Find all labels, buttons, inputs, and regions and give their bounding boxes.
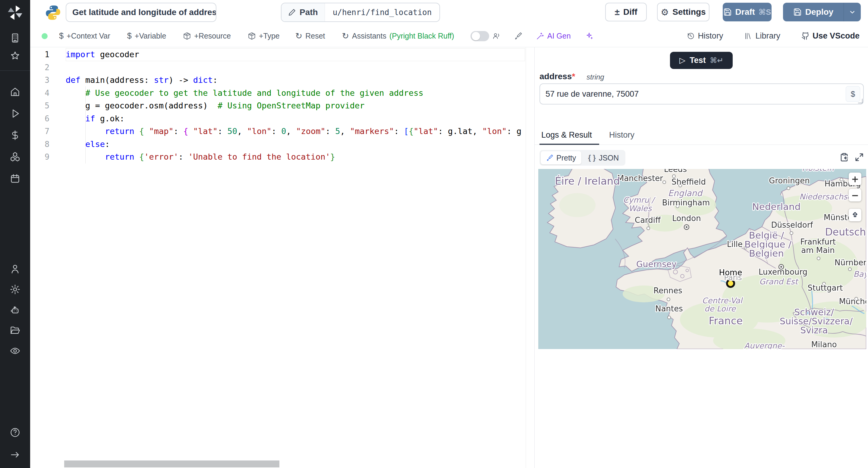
- code-line[interactable]: 8 else:: [30, 138, 526, 151]
- map-zoom-out-button[interactable]: −: [849, 189, 861, 201]
- script-title-input[interactable]: Get latitude and longitude of address: [66, 3, 216, 22]
- address-input[interactable]: 57 rue de varenne, 75007 $: [539, 83, 864, 104]
- map-label: Grand Est: [759, 277, 799, 286]
- library-books-icon: [744, 32, 752, 40]
- add-variable-button[interactable]: $ +Variable: [127, 31, 166, 41]
- map-label: Home: [719, 268, 742, 277]
- code-line[interactable]: 5 g = geocoder.osm(address) # Using Open…: [30, 99, 526, 112]
- path-value: u/henri/find_location: [325, 3, 440, 22]
- line-number: 6: [30, 114, 50, 123]
- history-button[interactable]: History: [687, 31, 723, 41]
- folders-icon[interactable]: [6, 321, 24, 339]
- map-label: Bay: [853, 270, 866, 278]
- assistant-toggle[interactable]: [470, 31, 489, 41]
- indent-guide: [85, 87, 86, 164]
- refresh-icon: ↻: [342, 31, 349, 41]
- magic-wand-icon: [536, 32, 544, 40]
- play-icon: ▷: [679, 56, 685, 65]
- code-lines: 1import geocoder23def main(address: str)…: [30, 48, 526, 164]
- code-line[interactable]: 3def main(address: str) -> dict:: [30, 74, 526, 87]
- code-line[interactable]: 6 if g.ok:: [30, 112, 526, 125]
- windmill-logo-icon[interactable]: [7, 4, 24, 21]
- schedules-calendar-icon[interactable]: [6, 170, 24, 188]
- settings-button[interactable]: ⚙ Settings: [657, 3, 710, 22]
- map-label: Auvergne-: [744, 341, 785, 349]
- dollar-icon: $: [59, 31, 64, 41]
- code-editor[interactable]: 1import geocoder23def main(address: str)…: [30, 47, 526, 468]
- map-label: Nantes: [655, 304, 683, 313]
- argument-name: address*: [539, 72, 575, 81]
- pencil-icon: [288, 8, 296, 16]
- add-context-var-button[interactable]: $ +Context Var: [59, 31, 110, 41]
- copy-result-icon[interactable]: [840, 153, 849, 162]
- user-icon[interactable]: [6, 260, 24, 278]
- deploy-button[interactable]: Deploy: [783, 3, 861, 22]
- insert-variable-button[interactable]: $: [846, 86, 860, 102]
- settings-gear-icon[interactable]: [6, 280, 24, 298]
- collapse-arrow-icon[interactable]: [6, 446, 24, 464]
- line-number: 8: [30, 140, 50, 149]
- gear-icon: ⚙: [661, 7, 669, 18]
- use-vscode-button[interactable]: Use VScode: [801, 31, 860, 41]
- map-label: Birmingham: [662, 198, 710, 207]
- runs-play-icon[interactable]: [6, 104, 24, 123]
- test-button[interactable]: ▷ Test ⌘↵: [670, 52, 733, 69]
- tab-history[interactable]: History: [609, 130, 634, 140]
- help-icon[interactable]: [6, 424, 24, 441]
- json-view-button[interactable]: { } JSON: [583, 151, 624, 164]
- deploy-dropdown-button[interactable]: [844, 8, 861, 16]
- expand-result-icon[interactable]: [855, 153, 864, 162]
- audit-eye-icon[interactable]: [6, 342, 24, 360]
- code-line[interactable]: 7 return { "map": { "lat": 50, "lon": 0,…: [30, 125, 526, 138]
- add-type-button[interactable]: +Type: [248, 32, 280, 40]
- line-number: 7: [30, 127, 50, 136]
- map-zoom-in-button[interactable]: +: [849, 173, 861, 185]
- ai-gen-button[interactable]: AI Gen: [536, 32, 571, 40]
- sparkles-icon[interactable]: [585, 32, 593, 40]
- map-label: Frankfurt: [800, 237, 836, 246]
- app-sidebar: [0, 0, 30, 468]
- package-icon: [183, 32, 191, 40]
- resources-cubes-icon[interactable]: [6, 148, 24, 166]
- map-recenter-button[interactable]: [849, 209, 861, 221]
- reset-button[interactable]: ↻ Reset: [296, 31, 325, 41]
- add-resource-button[interactable]: +Resource: [183, 32, 231, 40]
- braces-icon: { }: [588, 154, 595, 162]
- favorites-star-icon[interactable]: [6, 47, 24, 65]
- line-number: 9: [30, 153, 50, 161]
- home-icon[interactable]: [6, 83, 24, 101]
- workers-robot-icon[interactable]: [6, 301, 24, 319]
- map-label: Belgien: [749, 248, 784, 259]
- code-line[interactable]: 9 return {'error': 'Unable to find the l…: [30, 151, 526, 164]
- save-icon: [793, 8, 802, 16]
- code-line[interactable]: 2: [30, 61, 526, 74]
- voice-assistant-icon[interactable]: [492, 32, 500, 40]
- diff-icon: ±: [615, 7, 619, 17]
- python-language-icon: [44, 4, 61, 21]
- result-actions: [840, 153, 864, 162]
- map-label: am Main: [801, 246, 835, 255]
- pretty-view-button[interactable]: Pretty: [541, 151, 581, 164]
- workspace-building-icon[interactable]: [6, 29, 24, 47]
- argument-type: string: [587, 73, 604, 81]
- code-line[interactable]: 1import geocoder: [30, 48, 526, 61]
- map-label: Cymru /: [623, 196, 655, 204]
- package-icon: [248, 32, 256, 40]
- format-brush-icon[interactable]: [514, 32, 522, 40]
- diff-button[interactable]: ± Diff: [605, 3, 647, 22]
- path-chip[interactable]: Path u/henri/find_location: [281, 3, 440, 22]
- arrow-up-box-icon: [851, 211, 859, 219]
- map-label: Lille: [727, 240, 743, 249]
- horizontal-scrollbar[interactable]: [64, 461, 279, 467]
- line-number: 1: [30, 50, 50, 59]
- top-header: Get latitude and longitude of address Pa…: [30, 0, 868, 25]
- draft-button[interactable]: Draft ⌘S: [723, 3, 772, 22]
- result-map[interactable]: LeedsManchesterSheffieldEnglandCymru /Wa…: [538, 169, 866, 349]
- status-dot: [41, 33, 48, 39]
- map-controls: + −: [849, 173, 861, 221]
- tab-logs-result[interactable]: Logs & Result: [541, 130, 592, 140]
- code-line[interactable]: 4 # Use geocoder to get the latitude and…: [30, 87, 526, 100]
- variables-dollar-icon[interactable]: [6, 126, 24, 144]
- library-button[interactable]: Library: [744, 31, 780, 41]
- assistants-button[interactable]: ↻ Assistants (Pyright Black Ruff): [342, 31, 454, 41]
